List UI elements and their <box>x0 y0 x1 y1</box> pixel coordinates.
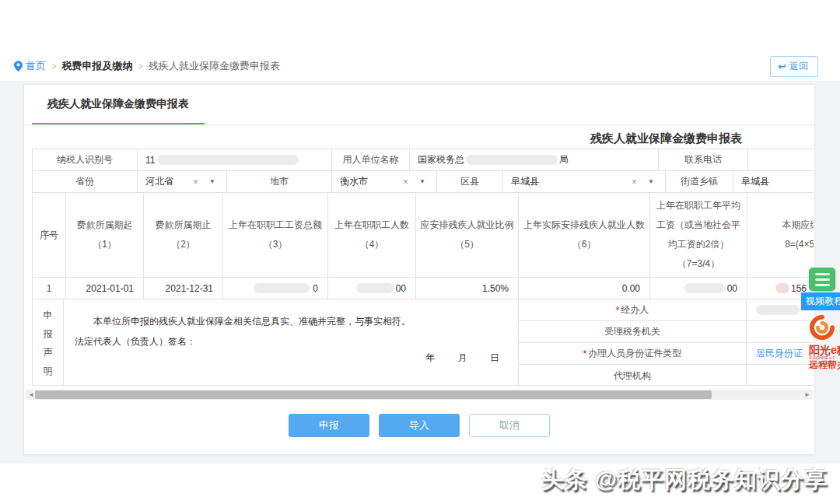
chevron-down-icon[interactable]: ▼ <box>419 178 425 185</box>
province-select[interactable]: 河北省 × ▼ <box>138 171 227 192</box>
chevron-down-icon[interactable]: ▼ <box>648 178 654 185</box>
cell-avg-salary[interactable]: 00 <box>650 278 747 299</box>
declaration-body: 本单位所申报的残疾人就业保障金相关信息真实、准确并完整，与事实相符。 法定代表人… <box>64 299 519 386</box>
taxpayer-id-label: 纳税人识别号 <box>33 149 138 170</box>
taxpayer-info-row: 纳税人识别号 11 用人单位名称 国家税务总 局 联系电话 <box>33 149 814 171</box>
sunshine-english: SUNSHINE e-T <box>809 356 840 360</box>
tab-disability-fund-form[interactable]: 残疾人就业保障金缴费申报表 <box>32 85 205 124</box>
scroll-right-arrow[interactable]: ► <box>804 390 810 399</box>
breadcrumb-home-label: 首页 <box>26 59 46 73</box>
horizontal-scrollbar[interactable]: ◄ ► <box>26 390 813 400</box>
cell-salary-total[interactable]: 0 <box>223 278 328 299</box>
cell-period-end[interactable]: 2021-12-31 <box>144 278 223 299</box>
employer-name-label: 用人单位名称 <box>332 149 410 170</box>
tax-authority-label: 受理税务机关 <box>519 321 747 342</box>
cancel-button[interactable]: 取消 <box>469 414 550 437</box>
breadcrumb-current: 残疾人就业保障金缴费申报表 <box>149 59 280 73</box>
scrollbar-thumb[interactable] <box>35 390 712 399</box>
sunshine-logo-icon <box>809 314 835 341</box>
video-tutorial-icon[interactable] <box>809 268 835 291</box>
redacted-employer-name <box>466 155 558 165</box>
handler-fields: * 经办人 受理税务机关 * 办理人员身份证件类型 居民身 <box>519 299 814 386</box>
taxpayer-id-value[interactable]: 11 <box>138 149 332 170</box>
declaration-table: 纳税人识别号 11 用人单位名称 国家税务总 局 联系电话 省份 河北省 × ▼… <box>32 149 814 386</box>
header-staff-count: 上年在职职工人数（4） <box>328 193 416 277</box>
required-mark: * <box>616 305 620 316</box>
clear-icon[interactable]: × <box>193 177 198 187</box>
id-type-value[interactable]: 居民身份证 <box>747 343 814 364</box>
city-label: 地市 <box>227 171 332 192</box>
import-button[interactable]: 导入 <box>379 414 460 437</box>
town-value[interactable]: 阜城县 <box>733 171 814 192</box>
header-payable: 本期应纳费8=(4×5-6) <box>747 193 814 277</box>
header-period-end: 费款所属期止（2） <box>144 193 223 277</box>
header-ratio: 应安排残疾人就业比例（5） <box>416 193 519 277</box>
breadcrumb-separator: > <box>138 61 142 71</box>
tax-authority-row: 受理税务机关 <box>519 321 814 343</box>
agency-value[interactable] <box>747 365 814 386</box>
cell-period-start[interactable]: 2021-01-01 <box>66 278 144 299</box>
id-type-label: * 办理人员身份证件类型 <box>519 343 747 364</box>
watermark: 头条 @税平网税务知识分享 <box>541 464 828 495</box>
town-label: 街道乡镇 <box>666 171 733 192</box>
province-label: 省份 <box>33 171 138 192</box>
agency-row: 代理机构 <box>519 365 814 386</box>
grid-data-row: 1 2021-01-01 2021-12-31 0 00 1.50% 0.00 … <box>33 278 814 299</box>
location-pin-icon <box>14 61 23 72</box>
handler-label: * 经办人 <box>519 299 747 320</box>
back-button-label: 返回 <box>789 60 808 73</box>
header-seq: 序号 <box>33 193 66 277</box>
cell-disabled-count[interactable]: 0.00 <box>519 278 650 299</box>
date-day-label: 日 <box>490 352 499 363</box>
region-row: 省份 河北省 × ▼ 地市 衡水市 × ▼ 区县 阜城县 × ▼ 街道乡镇 阜城… <box>33 171 814 193</box>
tab-bar: 残疾人就业保障金缴费申报表 <box>24 85 814 125</box>
redacted-payable <box>775 283 789 293</box>
phone-label: 联系电话 <box>659 149 748 170</box>
clear-icon[interactable]: × <box>403 177 408 187</box>
breadcrumb-home[interactable]: 首页 <box>14 59 46 73</box>
grid-header-row: 序号 费款所属期起（1） 费款所属期止（2） 上年在职职工工资总额（3） 上年在… <box>33 193 814 278</box>
breadcrumb: 首页 > 税费申报及缴纳 > 残疾人就业保障金缴费申报表 <box>14 59 280 73</box>
redacted-handler-name <box>756 305 800 315</box>
employer-name-value[interactable]: 国家税务总 局 <box>410 149 659 170</box>
back-button[interactable]: ↩ 返回 <box>770 56 818 77</box>
id-type-row: * 办理人员身份证件类型 居民身份证 <box>519 343 814 365</box>
county-label: 区县 <box>437 171 503 192</box>
action-button-bar: 申报 导入 取消 <box>24 414 814 437</box>
phone-value[interactable] <box>748 149 814 170</box>
redacted-staff-count <box>356 283 394 293</box>
tax-authority-value[interactable] <box>747 321 814 342</box>
breadcrumb-item-tax-declaration[interactable]: 税费申报及缴纳 <box>61 59 132 73</box>
redacted-taxpayer-id <box>157 155 299 165</box>
scroll-left-arrow[interactable]: ◄ <box>28 390 34 399</box>
cell-staff-count[interactable]: 00 <box>328 278 416 299</box>
date-year-label: 年 <box>425 352 435 363</box>
redacted-avg-salary <box>684 283 725 293</box>
chevron-down-icon[interactable]: ▼ <box>209 178 215 185</box>
declaration-text: 本单位所申报的残疾人就业保障金相关信息真实、准确并完整，与事实相符。 <box>75 313 507 329</box>
date-month-label: 月 <box>458 352 467 363</box>
form-card: 残疾人就业保障金缴费申报表 残疾人就业保障金缴费申报表 纳税人识别号 11 用人… <box>23 84 815 455</box>
breadcrumb-separator: > <box>51 61 56 71</box>
video-tutorial-badge[interactable]: 视频教程 <box>801 292 840 310</box>
sunshine-etax-widget[interactable]: 阳光e税 SUNSHINE e-T 远程帮办中 <box>809 314 840 370</box>
sunshine-status: 远程帮办中 <box>809 360 840 370</box>
header-disabled-count: 上年实际安排残疾人就业人数（6） <box>519 193 650 277</box>
date-labels: 年 月 日 <box>425 352 499 365</box>
form-title: 残疾人就业保障金缴费申报表 <box>590 131 742 146</box>
submit-button[interactable]: 申报 <box>289 414 369 437</box>
declaration-side-label: 申 报 声 明 <box>33 299 64 386</box>
header-salary-total: 上年在职职工工资总额（3） <box>223 193 328 277</box>
agency-label: 代理机构 <box>519 365 747 386</box>
clear-icon[interactable]: × <box>632 177 637 187</box>
handler-row: * 经办人 <box>519 299 814 321</box>
header-avg-salary: 上年在职职工年平均工资（或当地社会平均工资的2倍）（7=3/4） <box>650 193 747 277</box>
sunshine-name: 阳光e税 <box>809 345 840 355</box>
back-arrow-icon: ↩ <box>778 61 786 72</box>
county-select[interactable]: 阜城县 × ▼ <box>503 171 666 192</box>
cell-ratio[interactable]: 1.50% <box>416 278 519 299</box>
signature-label: 法定代表人（负责人）签名： <box>75 335 507 348</box>
header-period-start: 费款所属期起（1） <box>66 193 144 277</box>
city-select[interactable]: 衡水市 × ▼ <box>332 171 437 192</box>
redacted-salary-total <box>254 283 310 293</box>
